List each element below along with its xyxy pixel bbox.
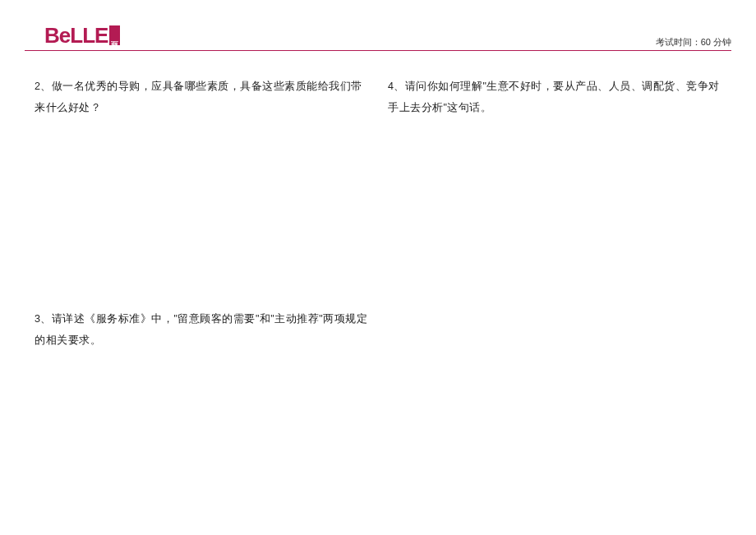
logo-chinese: 百丽 bbox=[109, 25, 120, 45]
question-2: 2、做一名优秀的导购，应具备哪些素质，具备这些素质能给我们带来什么好处？ bbox=[35, 76, 368, 119]
exam-time: 考试时间：60 分钟 bbox=[656, 36, 731, 48]
question-4: 4、请问你如何理解"生意不好时，要从产品、人员、调配货、竞争对手上去分析"这句话… bbox=[388, 76, 721, 119]
right-column: 4、请问你如何理解"生意不好时，要从产品、人员、调配货、竞争对手上去分析"这句话… bbox=[378, 76, 731, 351]
question-3: 3、请详述《服务标准》中，"留意顾客的需要"和"主动推荐"两项规定的相关要求。 bbox=[35, 308, 368, 352]
brand-logo: BeLLE 百丽 bbox=[44, 23, 120, 48]
logo-text: BeLLE bbox=[44, 23, 108, 48]
exam-time-label: 考试时间： bbox=[656, 37, 701, 47]
document-header: BeLLE 百丽 考试时间：60 分钟 bbox=[25, 0, 731, 51]
content-area: 2、做一名优秀的导购，应具备哪些素质，具备这些素质能给我们带来什么好处？ 3、请… bbox=[0, 51, 756, 351]
left-column: 2、做一名优秀的导购，应具备哪些素质，具备这些素质能给我们带来什么好处？ 3、请… bbox=[25, 76, 378, 351]
exam-time-value: 60 分钟 bbox=[701, 37, 731, 47]
